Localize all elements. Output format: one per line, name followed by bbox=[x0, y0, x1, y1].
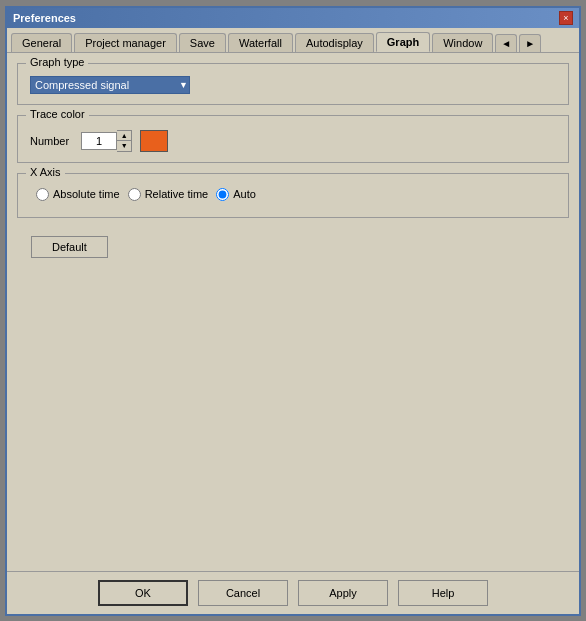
spinner-buttons: ▲ ▼ bbox=[117, 130, 132, 152]
tab-save[interactable]: Save bbox=[179, 33, 226, 52]
tab-autodisplay[interactable]: Autodisplay bbox=[295, 33, 374, 52]
radio-auto-input[interactable] bbox=[216, 188, 229, 201]
x-axis-label: X Axis bbox=[26, 166, 65, 178]
footer: OK Cancel Apply Help bbox=[7, 571, 579, 614]
default-button[interactable]: Default bbox=[31, 236, 108, 258]
tab-left-arrow[interactable]: ◄ bbox=[495, 34, 517, 52]
trace-color-label: Trace color bbox=[26, 108, 89, 120]
spinner-down-button[interactable]: ▼ bbox=[117, 141, 131, 151]
relative-time-label: Relative time bbox=[145, 188, 209, 200]
graph-type-row: Compressed signal Normal Extended ▼ bbox=[30, 76, 556, 94]
help-button[interactable]: Help bbox=[398, 580, 488, 606]
window-title: Preferences bbox=[13, 12, 76, 24]
tabs-row: General Project manager Save Waterfall A… bbox=[7, 28, 579, 52]
bottom-buttons-area: Default bbox=[17, 228, 569, 266]
tab-waterfall[interactable]: Waterfall bbox=[228, 33, 293, 52]
radio-absolute-time-input[interactable] bbox=[36, 188, 49, 201]
color-swatch[interactable] bbox=[140, 130, 168, 152]
radio-relative-time[interactable]: Relative time bbox=[128, 188, 209, 201]
auto-label: Auto bbox=[233, 188, 256, 200]
x-axis-group: X Axis Absolute time Relative time Auto bbox=[17, 173, 569, 218]
trace-color-group: Trace color Number ▲ ▼ bbox=[17, 115, 569, 163]
number-label: Number bbox=[30, 135, 69, 147]
tab-graph[interactable]: Graph bbox=[376, 32, 430, 52]
trace-color-row: Number ▲ ▼ bbox=[30, 130, 556, 152]
tab-project-manager[interactable]: Project manager bbox=[74, 33, 177, 52]
close-button[interactable]: × bbox=[559, 11, 573, 25]
preferences-window: Preferences × General Project manager Sa… bbox=[5, 6, 581, 616]
graph-type-select-wrapper: Compressed signal Normal Extended ▼ bbox=[30, 76, 190, 94]
spinner-up-button[interactable]: ▲ bbox=[117, 131, 131, 141]
tab-general[interactable]: General bbox=[11, 33, 72, 52]
ok-button[interactable]: OK bbox=[98, 580, 188, 606]
radio-relative-time-input[interactable] bbox=[128, 188, 141, 201]
content-area: Graph type Compressed signal Normal Exte… bbox=[7, 52, 579, 571]
title-bar: Preferences × bbox=[7, 8, 579, 28]
radio-row: Absolute time Relative time Auto bbox=[30, 182, 556, 207]
apply-button[interactable]: Apply bbox=[298, 580, 388, 606]
tab-window[interactable]: Window bbox=[432, 33, 493, 52]
number-spinner: ▲ ▼ bbox=[81, 130, 132, 152]
cancel-button[interactable]: Cancel bbox=[198, 580, 288, 606]
number-input[interactable] bbox=[81, 132, 117, 150]
radio-absolute-time[interactable]: Absolute time bbox=[36, 188, 120, 201]
tab-right-arrow[interactable]: ► bbox=[519, 34, 541, 52]
radio-auto[interactable]: Auto bbox=[216, 188, 256, 201]
absolute-time-label: Absolute time bbox=[53, 188, 120, 200]
graph-type-group: Graph type Compressed signal Normal Exte… bbox=[17, 63, 569, 105]
graph-type-label: Graph type bbox=[26, 56, 88, 68]
graph-type-select[interactable]: Compressed signal Normal Extended bbox=[30, 76, 190, 94]
